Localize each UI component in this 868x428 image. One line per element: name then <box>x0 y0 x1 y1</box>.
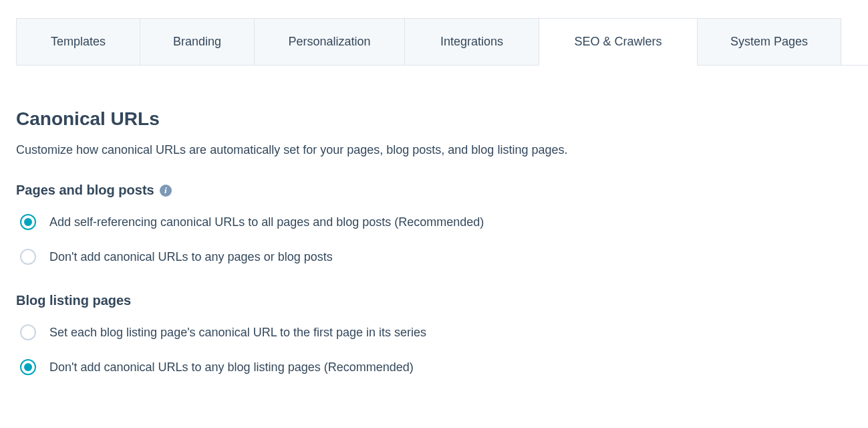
radio-label: Add self-referencing canonical URLs to a… <box>49 215 484 229</box>
pages-blog-posts-title: Pages and blog posts <box>16 183 154 198</box>
radio-label: Don't add canonical URLs to any pages or… <box>49 250 333 264</box>
tab-personalization[interactable]: Personalization <box>254 18 405 65</box>
radio-option-pages-2[interactable]: Don't add canonical URLs to any pages or… <box>16 249 852 265</box>
section-title: Canonical URLs <box>16 108 852 130</box>
radio-label: Set each blog listing page's canonical U… <box>49 326 426 340</box>
radio-circle[interactable] <box>20 324 36 340</box>
info-icon[interactable]: i <box>160 185 172 197</box>
content-area: Canonical URLs Customize how canonical U… <box>0 66 868 375</box>
radio-option-listing-1[interactable]: Set each blog listing page's canonical U… <box>16 324 852 340</box>
radio-option-listing-2[interactable]: Don't add canonical URLs to any blog lis… <box>16 359 852 375</box>
pages-blog-posts-header: Pages and blog posts i <box>16 183 852 198</box>
radio-circle[interactable] <box>20 214 36 230</box>
radio-option-pages-1[interactable]: Add self-referencing canonical URLs to a… <box>16 214 852 230</box>
radio-label: Don't add canonical URLs to any blog lis… <box>49 360 414 374</box>
section-description: Customize how canonical URLs are automat… <box>16 143 852 157</box>
tabs-container: Templates Branding Personalization Integ… <box>16 18 868 66</box>
tab-system-pages[interactable]: System Pages <box>697 18 841 65</box>
tab-branding[interactable]: Branding <box>140 18 255 65</box>
radio-circle[interactable] <box>20 359 36 375</box>
tab-seo-crawlers[interactable]: SEO & Crawlers <box>539 18 698 66</box>
tab-integrations[interactable]: Integrations <box>404 18 539 65</box>
tab-templates[interactable]: Templates <box>16 18 140 65</box>
blog-listing-pages-title: Blog listing pages <box>16 293 131 308</box>
blog-listing-pages-header: Blog listing pages <box>16 293 852 308</box>
radio-circle[interactable] <box>20 249 36 265</box>
